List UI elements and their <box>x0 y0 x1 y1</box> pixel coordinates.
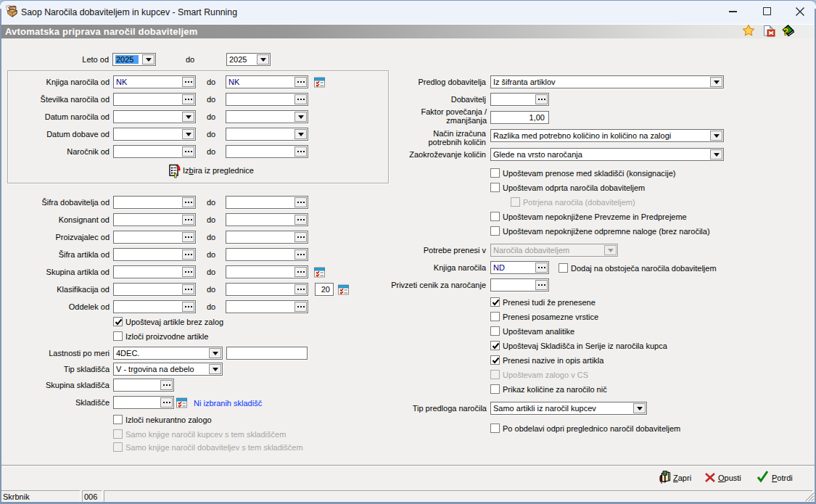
svg-text:?: ? <box>783 26 788 37</box>
